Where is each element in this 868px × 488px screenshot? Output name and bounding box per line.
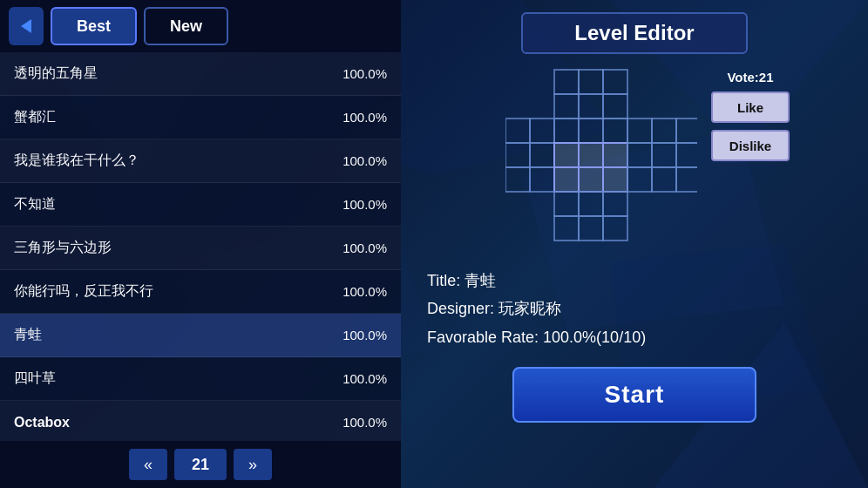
level-info: Title: 青蛙 Designer: 玩家昵称 Favorable Rate:… <box>401 258 868 360</box>
list-item[interactable]: 蟹都汇100.0% <box>0 96 401 139</box>
prev-page-button[interactable]: « <box>129 449 167 480</box>
svg-rect-43 <box>554 216 579 241</box>
list-item[interactable]: 四叶草100.0% <box>0 357 401 401</box>
svg-rect-13 <box>554 94 579 119</box>
svg-rect-19 <box>579 119 603 143</box>
tab-new[interactable]: New <box>144 7 228 45</box>
svg-rect-24 <box>505 143 530 167</box>
svg-rect-15 <box>603 94 627 119</box>
svg-rect-34 <box>554 167 579 192</box>
level-editor-title: Level Editor <box>521 12 748 54</box>
list-item-title: 不知道 <box>14 195 56 214</box>
svg-rect-36 <box>603 167 627 192</box>
list-item-score: 100.0% <box>342 415 387 430</box>
svg-rect-14 <box>579 94 603 119</box>
svg-rect-16 <box>505 119 530 143</box>
svg-rect-42 <box>603 192 627 216</box>
level-list: 透明的五角星100.0%蟹都汇100.0%我是谁我在干什么？100.0%不知道1… <box>0 52 401 441</box>
svg-rect-37 <box>627 167 652 192</box>
list-item-score: 100.0% <box>342 66 387 81</box>
svg-rect-39 <box>676 167 697 192</box>
left-panel: Best New 透明的五角星100.0%蟹都汇100.0%我是谁我在干什么？1… <box>0 0 401 488</box>
svg-rect-33 <box>530 167 554 192</box>
list-item-score: 100.0% <box>342 328 387 342</box>
pagination: « 21 » <box>0 441 401 488</box>
svg-rect-44 <box>579 216 603 241</box>
list-item-score: 100.0% <box>342 241 387 255</box>
svg-rect-22 <box>652 119 676 143</box>
tab-best[interactable]: Best <box>51 7 137 45</box>
right-panel: Level Editor .gcell { fill: none; stroke… <box>401 0 868 488</box>
svg-rect-11 <box>579 70 603 94</box>
list-item[interactable]: 青蛙100.0% <box>0 314 401 357</box>
list-item-title: Octabox <box>14 415 70 430</box>
svg-rect-45 <box>603 216 627 241</box>
info-title: Title: 青蛙 <box>427 267 842 295</box>
top-bar: Best New <box>0 0 401 52</box>
level-preview: .gcell { fill: none; stroke: #6688cc; st… <box>505 63 697 254</box>
dislike-button[interactable]: Dislike <box>711 130 790 161</box>
svg-rect-40 <box>554 192 579 216</box>
start-button[interactable]: Start <box>512 367 756 423</box>
svg-rect-21 <box>627 119 652 143</box>
info-rate: Favorable Rate: 100.0%(10/10) <box>427 323 842 351</box>
svg-rect-12 <box>603 70 627 94</box>
list-item[interactable]: 我是谁我在干什么？100.0% <box>0 139 401 183</box>
list-item-title: 青蛙 <box>14 326 42 344</box>
svg-rect-23 <box>676 119 697 143</box>
list-item-title: 你能行吗，反正我不行 <box>14 282 153 301</box>
svg-rect-28 <box>603 143 627 167</box>
svg-rect-25 <box>530 143 554 167</box>
svg-rect-27 <box>579 143 603 167</box>
list-item-score: 100.0% <box>342 284 387 299</box>
svg-rect-29 <box>627 143 652 167</box>
list-item[interactable]: 不知道100.0% <box>0 183 401 227</box>
list-item[interactable]: Octabox100.0% <box>0 401 401 441</box>
svg-rect-10 <box>554 70 579 94</box>
svg-rect-41 <box>579 192 603 216</box>
preview-area: .gcell { fill: none; stroke: #6688cc; st… <box>401 63 868 258</box>
list-item-score: 100.0% <box>342 197 387 212</box>
list-item[interactable]: 透明的五角星100.0% <box>0 52 401 96</box>
list-item-title: 透明的五角星 <box>14 64 98 83</box>
svg-marker-9 <box>21 19 31 33</box>
svg-rect-18 <box>554 119 579 143</box>
svg-rect-17 <box>530 119 554 143</box>
list-item-title: 蟹都汇 <box>14 108 56 126</box>
svg-rect-20 <box>603 119 627 143</box>
page-number: 21 <box>174 449 227 480</box>
vote-count: Vote:21 <box>727 70 773 85</box>
list-item-score: 100.0% <box>342 110 387 125</box>
next-page-button[interactable]: » <box>234 449 272 480</box>
svg-rect-38 <box>652 167 676 192</box>
like-button[interactable]: Like <box>711 92 790 123</box>
vote-panel: Vote:21 Like Dislike <box>711 70 790 161</box>
list-item-title: 三角形与六边形 <box>14 239 112 257</box>
list-item[interactable]: 三角形与六边形100.0% <box>0 227 401 270</box>
list-item-score: 100.0% <box>342 371 387 386</box>
list-item-score: 100.0% <box>342 153 387 168</box>
back-button[interactable] <box>9 7 44 45</box>
svg-rect-35 <box>579 167 603 192</box>
svg-rect-32 <box>505 167 530 192</box>
svg-rect-30 <box>652 143 676 167</box>
svg-rect-26 <box>554 143 579 167</box>
list-item-title: 四叶草 <box>14 369 56 388</box>
list-item[interactable]: 你能行吗，反正我不行100.0% <box>0 270 401 314</box>
list-item-title: 我是谁我在干什么？ <box>14 152 139 170</box>
info-designer: Designer: 玩家昵称 <box>427 295 842 322</box>
svg-rect-31 <box>676 143 697 167</box>
